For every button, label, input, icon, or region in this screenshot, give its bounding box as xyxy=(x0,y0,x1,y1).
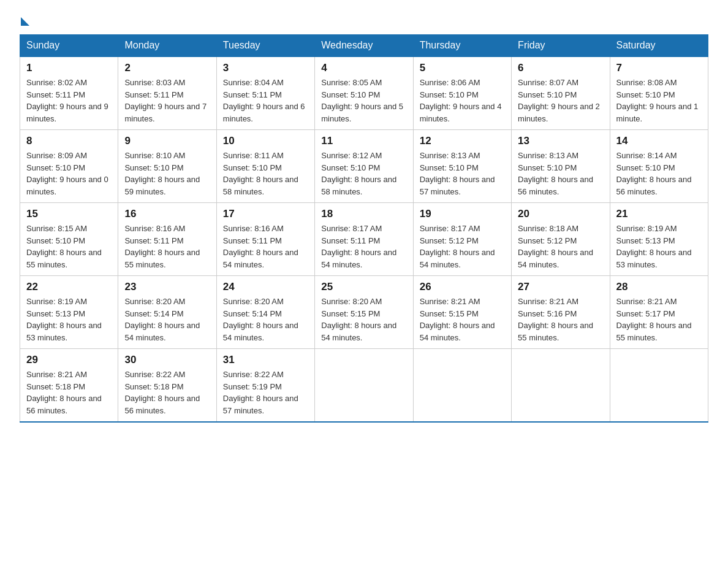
day-number: 19 xyxy=(420,208,505,220)
calendar-week-row: 15 Sunrise: 8:15 AMSunset: 5:10 PMDaylig… xyxy=(20,203,708,276)
calendar-cell: 14 Sunrise: 8:14 AMSunset: 5:10 PMDaylig… xyxy=(610,130,708,203)
day-info: Sunrise: 8:09 AMSunset: 5:10 PMDaylight:… xyxy=(26,151,108,196)
day-info: Sunrise: 8:13 AMSunset: 5:10 PMDaylight:… xyxy=(420,151,495,196)
calendar-cell: 5 Sunrise: 8:06 AMSunset: 5:10 PMDayligh… xyxy=(413,56,511,130)
calendar-cell: 29 Sunrise: 8:21 AMSunset: 5:18 PMDaylig… xyxy=(20,349,118,423)
day-info: Sunrise: 8:17 AMSunset: 5:11 PMDaylight:… xyxy=(321,224,396,269)
calendar-cell: 21 Sunrise: 8:19 AMSunset: 5:13 PMDaylig… xyxy=(610,203,708,276)
day-number: 31 xyxy=(223,354,308,366)
day-info: Sunrise: 8:18 AMSunset: 5:12 PMDaylight:… xyxy=(518,224,593,269)
calendar-cell xyxy=(512,349,610,423)
calendar-cell: 1 Sunrise: 8:02 AMSunset: 5:11 PMDayligh… xyxy=(20,56,118,130)
day-number: 7 xyxy=(616,62,702,74)
day-info: Sunrise: 8:19 AMSunset: 5:13 PMDaylight:… xyxy=(616,224,692,269)
header-sunday: Sunday xyxy=(20,35,118,57)
calendar-cell: 3 Sunrise: 8:04 AMSunset: 5:11 PMDayligh… xyxy=(216,56,314,130)
calendar-cell: 8 Sunrise: 8:09 AMSunset: 5:10 PMDayligh… xyxy=(20,130,118,203)
calendar-cell: 20 Sunrise: 8:18 AMSunset: 5:12 PMDaylig… xyxy=(512,203,610,276)
day-info: Sunrise: 8:12 AMSunset: 5:10 PMDaylight:… xyxy=(321,151,396,196)
day-info: Sunrise: 8:04 AMSunset: 5:11 PMDaylight:… xyxy=(223,78,305,123)
day-info: Sunrise: 8:17 AMSunset: 5:12 PMDaylight:… xyxy=(420,224,495,269)
day-number: 27 xyxy=(518,281,603,293)
day-number: 21 xyxy=(616,208,702,220)
day-info: Sunrise: 8:14 AMSunset: 5:10 PMDaylight:… xyxy=(616,151,692,196)
day-info: Sunrise: 8:20 AMSunset: 5:14 PMDaylight:… xyxy=(223,297,298,342)
logo-triangle-icon xyxy=(21,17,29,26)
day-number: 9 xyxy=(124,135,210,147)
day-info: Sunrise: 8:16 AMSunset: 5:11 PMDaylight:… xyxy=(223,224,298,269)
day-info: Sunrise: 8:19 AMSunset: 5:13 PMDaylight:… xyxy=(26,297,102,342)
day-number: 23 xyxy=(124,281,210,293)
calendar-cell xyxy=(413,349,511,423)
calendar-cell: 23 Sunrise: 8:20 AMSunset: 5:14 PMDaylig… xyxy=(118,276,216,349)
calendar-cell: 11 Sunrise: 8:12 AMSunset: 5:10 PMDaylig… xyxy=(315,130,413,203)
day-info: Sunrise: 8:21 AMSunset: 5:15 PMDaylight:… xyxy=(420,297,495,342)
day-info: Sunrise: 8:07 AMSunset: 5:10 PMDaylight:… xyxy=(518,78,600,123)
calendar-week-row: 22 Sunrise: 8:19 AMSunset: 5:13 PMDaylig… xyxy=(20,276,708,349)
day-info: Sunrise: 8:22 AMSunset: 5:19 PMDaylight:… xyxy=(223,370,298,415)
day-info: Sunrise: 8:08 AMSunset: 5:10 PMDaylight:… xyxy=(616,78,699,123)
calendar-cell: 25 Sunrise: 8:20 AMSunset: 5:15 PMDaylig… xyxy=(315,276,413,349)
calendar-cell: 18 Sunrise: 8:17 AMSunset: 5:11 PMDaylig… xyxy=(315,203,413,276)
calendar-week-row: 8 Sunrise: 8:09 AMSunset: 5:10 PMDayligh… xyxy=(20,130,708,203)
day-number: 22 xyxy=(26,281,112,293)
calendar-cell: 24 Sunrise: 8:20 AMSunset: 5:14 PMDaylig… xyxy=(216,276,314,349)
calendar-cell: 7 Sunrise: 8:08 AMSunset: 5:10 PMDayligh… xyxy=(610,56,708,130)
day-info: Sunrise: 8:13 AMSunset: 5:10 PMDaylight:… xyxy=(518,151,593,196)
calendar-cell: 15 Sunrise: 8:15 AMSunset: 5:10 PMDaylig… xyxy=(20,203,118,276)
day-number: 20 xyxy=(518,208,603,220)
day-info: Sunrise: 8:02 AMSunset: 5:11 PMDaylight:… xyxy=(26,78,108,123)
day-number: 10 xyxy=(223,135,308,147)
day-number: 3 xyxy=(223,62,308,74)
day-number: 25 xyxy=(321,281,406,293)
calendar-header-row: SundayMondayTuesdayWednesdayThursdayFrid… xyxy=(20,35,708,57)
calendar-cell: 22 Sunrise: 8:19 AMSunset: 5:13 PMDaylig… xyxy=(20,276,118,349)
day-number: 17 xyxy=(223,208,308,220)
header-monday: Monday xyxy=(118,35,216,57)
calendar-cell: 2 Sunrise: 8:03 AMSunset: 5:11 PMDayligh… xyxy=(118,56,216,130)
day-number: 15 xyxy=(26,208,112,220)
day-info: Sunrise: 8:15 AMSunset: 5:10 PMDaylight:… xyxy=(26,224,102,269)
day-number: 30 xyxy=(124,354,210,366)
day-number: 11 xyxy=(321,135,406,147)
day-number: 24 xyxy=(223,281,308,293)
day-info: Sunrise: 8:20 AMSunset: 5:15 PMDaylight:… xyxy=(321,297,396,342)
calendar-week-row: 29 Sunrise: 8:21 AMSunset: 5:18 PMDaylig… xyxy=(20,349,708,423)
day-info: Sunrise: 8:03 AMSunset: 5:11 PMDaylight:… xyxy=(124,78,207,123)
calendar-cell: 6 Sunrise: 8:07 AMSunset: 5:10 PMDayligh… xyxy=(512,56,610,130)
calendar-cell: 17 Sunrise: 8:16 AMSunset: 5:11 PMDaylig… xyxy=(216,203,314,276)
calendar-table: SundayMondayTuesdayWednesdayThursdayFrid… xyxy=(20,34,708,423)
page-header xyxy=(20,15,708,23)
header-saturday: Saturday xyxy=(610,35,708,57)
day-number: 29 xyxy=(26,354,112,366)
calendar-cell: 28 Sunrise: 8:21 AMSunset: 5:17 PMDaylig… xyxy=(610,276,708,349)
day-number: 13 xyxy=(518,135,603,147)
day-number: 5 xyxy=(420,62,505,74)
calendar-cell: 12 Sunrise: 8:13 AMSunset: 5:10 PMDaylig… xyxy=(413,130,511,203)
day-number: 4 xyxy=(321,62,406,74)
day-info: Sunrise: 8:21 AMSunset: 5:17 PMDaylight:… xyxy=(616,297,692,342)
day-info: Sunrise: 8:20 AMSunset: 5:14 PMDaylight:… xyxy=(124,297,200,342)
day-info: Sunrise: 8:22 AMSunset: 5:18 PMDaylight:… xyxy=(124,370,200,415)
day-number: 26 xyxy=(420,281,505,293)
day-info: Sunrise: 8:16 AMSunset: 5:11 PMDaylight:… xyxy=(124,224,200,269)
calendar-week-row: 1 Sunrise: 8:02 AMSunset: 5:11 PMDayligh… xyxy=(20,56,708,130)
day-number: 18 xyxy=(321,208,406,220)
calendar-cell xyxy=(315,349,413,423)
calendar-cell: 19 Sunrise: 8:17 AMSunset: 5:12 PMDaylig… xyxy=(413,203,511,276)
day-number: 12 xyxy=(420,135,505,147)
day-number: 6 xyxy=(518,62,603,74)
day-number: 8 xyxy=(26,135,112,147)
day-number: 28 xyxy=(616,281,702,293)
calendar-cell: 10 Sunrise: 8:11 AMSunset: 5:10 PMDaylig… xyxy=(216,130,314,203)
header-tuesday: Tuesday xyxy=(216,35,314,57)
header-friday: Friday xyxy=(512,35,610,57)
calendar-cell: 13 Sunrise: 8:13 AMSunset: 5:10 PMDaylig… xyxy=(512,130,610,203)
day-info: Sunrise: 8:05 AMSunset: 5:10 PMDaylight:… xyxy=(321,78,403,123)
day-number: 1 xyxy=(26,62,112,74)
day-number: 14 xyxy=(616,135,702,147)
calendar-cell: 30 Sunrise: 8:22 AMSunset: 5:18 PMDaylig… xyxy=(118,349,216,423)
calendar-cell: 31 Sunrise: 8:22 AMSunset: 5:19 PMDaylig… xyxy=(216,349,314,423)
day-number: 2 xyxy=(124,62,210,74)
calendar-cell: 9 Sunrise: 8:10 AMSunset: 5:10 PMDayligh… xyxy=(118,130,216,203)
